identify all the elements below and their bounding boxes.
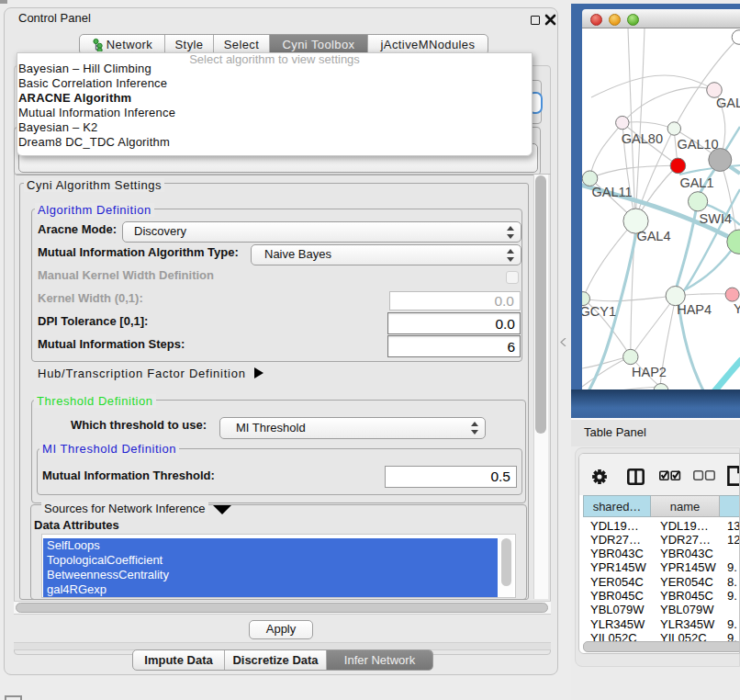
svg-text:GAL11: GAL11: [592, 185, 633, 199]
svg-text:GAL80: GAL80: [622, 131, 663, 146]
svg-text:GAL4: GAL4: [636, 229, 670, 243]
svg-text:GAL1: GAL1: [679, 175, 713, 190]
svg-text:GAL10: GAL10: [678, 137, 719, 152]
svg-text:GAL2: GAL2: [716, 96, 740, 110]
svg-text:GCY1: GCY1: [582, 304, 616, 319]
svg-text:HAP2: HAP2: [632, 365, 667, 379]
svg-text:SWI4: SWI4: [700, 211, 732, 226]
svg-text:HAP4: HAP4: [677, 302, 712, 317]
svg-text:Y: Y: [734, 301, 740, 316]
